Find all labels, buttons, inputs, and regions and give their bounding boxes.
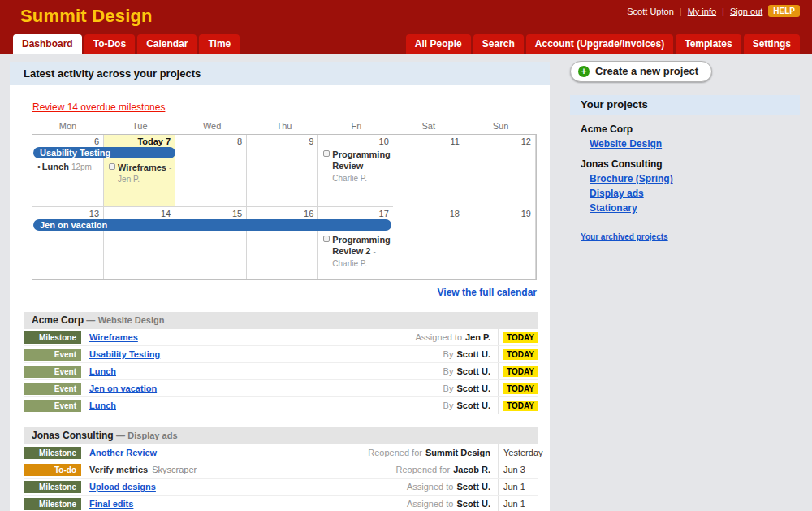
tab-calendar[interactable]: Calendar — [137, 34, 197, 54]
calendar-cell-mon-13[interactable]: 13 — [32, 207, 104, 279]
calendar-cell-fri-17[interactable]: 17 Programming Review 2 - Charlie P. — [318, 207, 393, 279]
meta-person: Scott U. — [456, 349, 490, 359]
date-column: TODAY — [498, 380, 538, 396]
view-full-calendar-link[interactable]: View the full calendar — [438, 287, 537, 298]
sign-out-link[interactable]: Sign out — [730, 6, 762, 16]
client-name: Acme Corp — [581, 123, 800, 135]
activity-sublink[interactable]: Skyscraper — [152, 465, 197, 474]
calendar-cell-sun-19[interactable]: 19 — [464, 207, 536, 279]
project-group-acme: Acme Corp Website Design — [581, 123, 800, 149]
checkbox-icon[interactable] — [323, 150, 330, 157]
calendar-cell-thu-16[interactable]: 16 — [247, 207, 318, 279]
archived-projects-link[interactable]: Your archived projects — [581, 232, 668, 241]
create-project-button[interactable]: + Create a new project — [570, 61, 712, 82]
calendar-cell-sat-11[interactable]: 11 — [393, 135, 464, 207]
activity-link[interactable]: Lunch — [89, 366, 116, 376]
assignee: Jen P. — [118, 175, 140, 184]
calendar-cell-sun-12[interactable]: 12 — [464, 135, 536, 207]
tab-all-people[interactable]: All People — [406, 34, 471, 54]
calendar-event-lunch[interactable]: •Lunch 12pm — [32, 162, 103, 171]
calendar-cell-wed-8[interactable]: 8 — [175, 135, 247, 207]
project-link-stationary[interactable]: Stationary — [590, 202, 800, 214]
tab-templates[interactable]: Templates — [676, 34, 741, 54]
section-header: Acme Corp — Website Design — [24, 312, 538, 329]
tab-account[interactable]: Account (Upgrade/Invoices) — [526, 34, 673, 54]
milestone-title: Programming Review 2 — [332, 235, 391, 256]
project-link-website-design[interactable]: Website Design — [590, 138, 800, 149]
client-name: Jonas Consulting — [581, 158, 800, 170]
dash: — — [116, 431, 125, 440]
date-column: Jun 1 — [498, 479, 538, 495]
activity-link[interactable]: Wireframes — [89, 332, 138, 342]
event-badge: Event — [24, 400, 81, 412]
milestone-title: Wireframes — [118, 162, 166, 172]
tab-time[interactable]: Time — [199, 34, 240, 54]
meta-label: By — [443, 349, 454, 359]
day-number: 15 — [175, 207, 246, 219]
calendar-weekday-header: Mon Tue Wed Thu Fri Sat Sun — [32, 120, 537, 132]
meta-person: Scott U. — [456, 499, 490, 509]
calendar-cell-sat-18[interactable]: 18 — [393, 207, 464, 279]
calendar-milestone-programming-review-2[interactable]: Programming Review 2 - Charlie P. — [318, 234, 393, 269]
date-column: TODAY — [498, 346, 538, 362]
checkbox-icon[interactable] — [109, 163, 115, 170]
activity-link[interactable]: Final edits — [89, 499, 133, 509]
weekday-label: Thu — [248, 120, 321, 132]
sidebar: + Create a new project Your projects Acm… — [570, 61, 800, 243]
tab-todos[interactable]: To-Dos — [84, 34, 135, 54]
my-info-link[interactable]: My info — [688, 6, 716, 16]
tab-search[interactable]: Search — [473, 34, 524, 54]
todo-badge: To-do — [24, 464, 81, 476]
section-header: Jonas Consulting — Display ads — [24, 427, 538, 444]
date-column: TODAY — [498, 397, 538, 414]
separator: - — [169, 163, 171, 172]
activity-row: To-do Verify metrics Skyscraper Reopened… — [24, 461, 538, 479]
checkbox-icon[interactable] — [323, 236, 330, 242]
assignee: Charlie P. — [332, 174, 367, 183]
weekday-label: Fri — [320, 120, 392, 132]
calendar-cell-today-7[interactable]: Today 7 Wireframes - Jen P. — [104, 135, 175, 207]
weekday-label: Wed — [176, 120, 248, 132]
milestone-title: Programming Review — [332, 149, 391, 171]
today-day-number: Today 7 — [104, 135, 175, 147]
activity-link[interactable]: Lunch — [89, 401, 116, 410]
activity-row: Event Lunch By Scott U. TODAY — [24, 363, 538, 380]
calendar-event-bar-jen-on-vacation[interactable]: Jen on vacation — [33, 219, 391, 231]
client-name: Acme Corp — [32, 314, 84, 326]
project-link-display-ads[interactable]: Display ads — [590, 188, 800, 199]
activity-link[interactable]: Jen on vacation — [89, 383, 157, 393]
user-nav: Scott Upton | My info | Sign out HELP — [627, 5, 800, 17]
day-number: 8 — [175, 135, 246, 147]
calendar-cell-mon-6[interactable]: 6 •Lunch 12pm — [32, 135, 104, 207]
calendar-cell-wed-15[interactable]: 15 — [175, 207, 247, 279]
project-link-brochure-spring[interactable]: Brochure (Spring) — [590, 173, 800, 184]
activity-link[interactable]: Upload designs — [89, 482, 156, 492]
calendar-event-bar-usability-testing[interactable]: Usability Testing — [33, 147, 175, 158]
date-column: Yesterday — [498, 444, 538, 461]
tab-dashboard[interactable]: Dashboard — [13, 34, 82, 54]
weekday-label: Mon — [32, 120, 104, 132]
milestone-badge: Milestone — [24, 331, 81, 344]
overdue-milestones-link[interactable]: Review 14 overdue milestones — [32, 102, 165, 113]
calendar-cell-fri-10[interactable]: 10 Programming Review - Charlie P. — [318, 135, 393, 207]
activity-link[interactable]: Another Review — [89, 448, 157, 457]
meta-label: Assigned to — [407, 499, 453, 509]
calendar-cell-thu-9[interactable]: 9 — [247, 135, 318, 207]
meta-label: Assigned to — [407, 482, 453, 492]
tab-settings[interactable]: Settings — [744, 34, 800, 54]
calendar-cell-tue-14[interactable]: 14 — [104, 207, 175, 279]
meta-label: By — [443, 401, 454, 410]
activity-section-jonas: Jonas Consulting — Display ads Milestone… — [24, 427, 538, 511]
project-group-jonas: Jonas Consulting Brochure (Spring) Displ… — [581, 158, 800, 214]
activity-link[interactable]: Usability Testing — [89, 349, 160, 359]
today-badge: TODAY — [503, 383, 538, 394]
meta-label: Reopened for — [395, 465, 450, 474]
day-number: 6 — [32, 135, 103, 147]
milestone-badge: Milestone — [24, 481, 81, 493]
calendar-milestone-wireframes[interactable]: Wireframes - Jen P. — [104, 162, 175, 185]
event-title: Lunch — [42, 162, 69, 171]
help-button[interactable]: HELP — [768, 5, 800, 17]
calendar-milestone-programming-review[interactable]: Programming Review - Charlie P. — [318, 149, 393, 184]
date-text: Yesterday — [503, 448, 543, 457]
date-text: Jun 1 — [503, 482, 525, 492]
